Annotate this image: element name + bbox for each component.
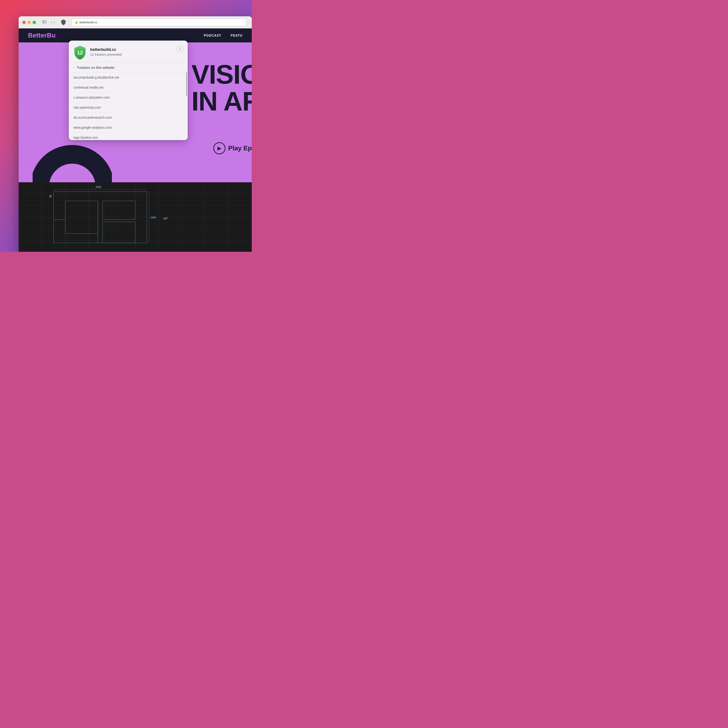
url-text: betterbuild.cc: [80, 20, 98, 24]
blueprint-section: ③ 4M² 3000 1400: [18, 182, 252, 252]
hero-headline: VISIO IN AR: [191, 61, 252, 115]
nav-buttons: ‹ ›: [50, 20, 55, 25]
site-nav: PODCAST FEATU: [204, 34, 242, 37]
browser-window: ‹ › 🔒 betterbuild.cc BetterBu PODCAST FE…: [18, 16, 252, 252]
popup-site-info: betterbuild.cc 12 trackers prevented: [90, 47, 173, 57]
svg-rect-0: [43, 20, 44, 23]
play-circle-icon: ▶: [213, 142, 225, 154]
nav-podcast[interactable]: PODCAST: [204, 34, 221, 37]
popup-trackers-count: 12 trackers prevented: [90, 53, 173, 57]
svg-text:12: 12: [77, 50, 83, 56]
scrollbar[interactable]: [186, 72, 187, 140]
shield-badge: 12: [73, 45, 87, 58]
tracker-section: › Trackers on this website securepubads.…: [69, 62, 188, 140]
tracker-item: securepubads.g.doubleclick.net: [69, 72, 188, 83]
site-header: BetterBu PODCAST FEATU: [18, 28, 252, 43]
hero-line-2: IN AR: [191, 88, 252, 115]
close-button[interactable]: [22, 21, 26, 24]
sidebar-toggle-icon[interactable]: [43, 20, 47, 25]
traffic-lights: [22, 21, 36, 24]
tracker-list[interactable]: securepubads.g.doubleclick.net contextua…: [69, 72, 188, 140]
privacy-shield-button[interactable]: [60, 18, 67, 26]
info-icon: i: [179, 47, 180, 51]
nav-features[interactable]: FEATU: [231, 34, 242, 37]
webpage-content: BetterBu PODCAST FEATU VISIO IN AR: [18, 28, 252, 252]
address-bar[interactable]: 🔒 betterbuild.cc: [72, 18, 246, 26]
svg-text:③: ③: [49, 194, 52, 198]
privacy-popup: 12 betterbuild.cc 12 trackers prevented …: [69, 41, 188, 140]
svg-rect-2: [44, 22, 47, 22]
svg-rect-21: [102, 222, 135, 243]
svg-text:3000: 3000: [96, 186, 101, 188]
hero-line-1: VISIO: [191, 61, 252, 88]
scrollbar-thumb: [186, 72, 187, 96]
lock-icon: 🔒: [75, 21, 78, 24]
tracker-section-header[interactable]: › Trackers on this website: [69, 62, 188, 72]
svg-text:1400: 1400: [150, 216, 156, 219]
forward-button[interactable]: ›: [54, 20, 55, 25]
tracker-section-title: Trackers on this website: [77, 66, 114, 69]
svg-text:4M²: 4M²: [163, 217, 168, 220]
site-logo: BetterBu: [28, 32, 55, 39]
tracker-item: contextual.media.net: [69, 83, 188, 93]
tracker-item: www.google-analytics.com: [69, 122, 188, 133]
chevron-icon: ›: [72, 67, 76, 68]
tracker-item: c.amazon-adsystem.com: [69, 93, 188, 102]
back-button[interactable]: ‹: [50, 20, 52, 25]
logo-text-main: BetterBu: [28, 32, 55, 39]
hero-play-button[interactable]: ▶ Play Ep: [213, 142, 252, 154]
title-bar: ‹ › 🔒 betterbuild.cc: [18, 16, 252, 28]
tracker-item: tags.bluekai.com: [69, 133, 188, 140]
maximize-button[interactable]: [33, 21, 36, 24]
popup-domain: betterbuild.cc: [90, 47, 173, 52]
svg-rect-20: [102, 201, 135, 220]
info-button[interactable]: i: [176, 46, 183, 52]
popup-header: 12 betterbuild.cc 12 trackers prevented …: [69, 41, 188, 62]
svg-rect-3: [44, 23, 47, 23]
svg-rect-1: [44, 20, 47, 21]
tracker-item: cdn.optimizely.com: [69, 102, 188, 113]
play-label: Play Ep: [228, 145, 252, 152]
minimize-button[interactable]: [28, 21, 31, 24]
tracker-item: sb.scorecardresearch.com: [69, 113, 188, 122]
